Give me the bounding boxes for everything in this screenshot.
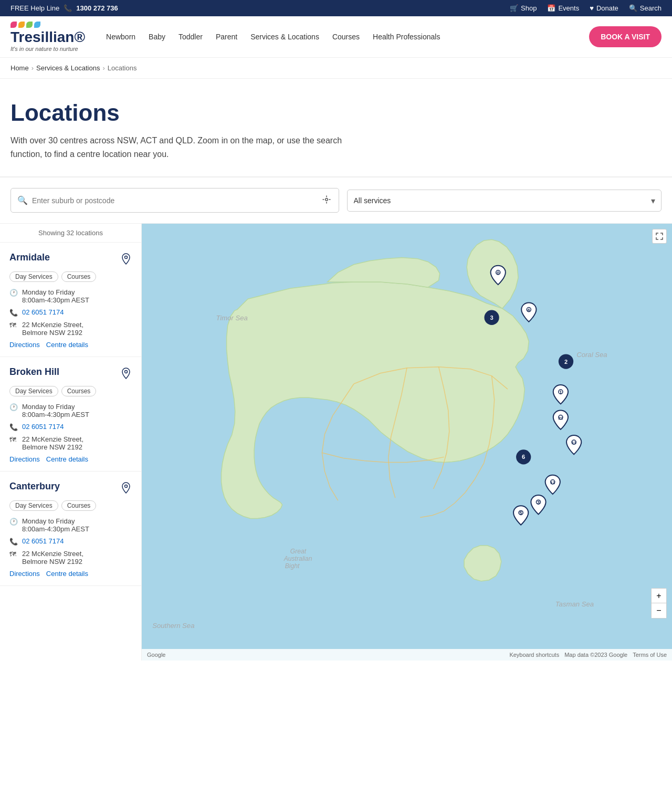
events-link[interactable]: 📅 Events (547, 4, 579, 12)
svg-point-7 (125, 485, 128, 488)
map-icon: 🗺 (9, 550, 18, 558)
svg-text:1: 1 (559, 390, 562, 395)
services-select[interactable]: All services Day Services Courses Reside… (347, 190, 662, 212)
location-button[interactable] (321, 194, 332, 207)
action-links-canterbury: Directions Centre details (9, 570, 132, 578)
zoom-controls: + − (651, 588, 667, 619)
header: Tresillian® It's in our nature to nurtur… (0, 16, 672, 58)
hours-line2: 8:00am-4:30pm AEST (22, 525, 89, 533)
map-expand-button[interactable] (652, 229, 667, 244)
pin-button-broken-hill[interactable] (120, 366, 132, 382)
top-bar: FREE Help Line 📞 1300 272 736 🛒 Shop 📅 E… (0, 0, 672, 16)
page-title: Locations (10, 100, 662, 126)
tag-courses: Courses (61, 271, 97, 282)
svg-text:5: 5 (520, 511, 522, 516)
nav-parent[interactable]: Parent (211, 29, 243, 44)
zoom-out-button[interactable]: − (652, 603, 666, 618)
marker-3-circle[interactable]: 3 (484, 310, 499, 325)
breadcrumb-sep-1: › (32, 64, 34, 72)
book-visit-button[interactable]: BOOK A VISIT (589, 26, 662, 47)
centre-details-link-broken-hill[interactable]: Centre details (46, 455, 88, 463)
pin-button-canterbury[interactable] (120, 481, 132, 496)
location-card-broken-hill: Broken Hill Day Services Courses 🕐 Monda… (0, 357, 141, 472)
address-line1: 22 McKenzie Street, (22, 435, 83, 443)
breadcrumb: Home › Services & Locations › Locations (0, 58, 672, 79)
address-line2: Belmore NSW 2192 (22, 558, 83, 565)
tag-courses: Courses (61, 500, 97, 511)
shop-link[interactable]: 🛒 Shop (510, 4, 537, 12)
logo-icon (10, 22, 40, 28)
search-link[interactable]: 🔍 Search (629, 4, 662, 12)
directions-link-armidale[interactable]: Directions (9, 341, 40, 349)
svg-text:3: 3 (537, 500, 540, 505)
map-icon: 🗺 (9, 321, 18, 329)
hours-line1: Monday to Friday (22, 517, 89, 525)
leaf-blue (34, 22, 40, 28)
phone-link-canterbury[interactable]: 02 6051 7174 (22, 537, 64, 545)
svg-text:3: 3 (490, 315, 494, 321)
nav-health-professionals[interactable]: Health Professionals (368, 29, 445, 44)
phone-link-armidale[interactable]: 02 6051 7174 (22, 308, 64, 316)
heart-icon: ♥ (590, 4, 594, 12)
action-links-armidale: Directions Centre details (9, 341, 132, 349)
tags-broken-hill: Day Services Courses (9, 386, 132, 396)
search-input[interactable] (32, 196, 317, 205)
top-nav-right: 🛒 Shop 📅 Events ♥ Donate 🔍 Search (510, 4, 662, 12)
svg-text:Great: Great (290, 548, 307, 555)
address-line1: 22 McKenzie Street, (22, 550, 83, 558)
leaf-green (26, 22, 33, 28)
nav-toddler[interactable]: Toddler (173, 29, 208, 44)
phone-icon: 📞 (9, 538, 18, 546)
breadcrumb-home[interactable]: Home (10, 64, 29, 72)
logo-tagline: It's in our nature to nurture (10, 46, 78, 52)
hours-line1: Monday to Friday (22, 403, 89, 411)
map-data-label[interactable]: Map data ©2023 Google (564, 652, 627, 658)
nav-courses[interactable]: Courses (327, 29, 365, 44)
map-area[interactable]: Timor Sea Coral Sea Tasman Sea Southern … (142, 224, 672, 661)
leaf-pink (10, 22, 17, 28)
svg-text:Southern Sea: Southern Sea (152, 622, 194, 630)
map-footer: Google Keyboard shortcuts Map data ©2023… (142, 649, 672, 661)
hours-line2: 8:00am-4:30pm AEST (22, 411, 89, 418)
clock-icon: 🕐 (9, 289, 18, 297)
nav-newborn[interactable]: Newborn (101, 29, 141, 44)
address-canterbury: 🗺 22 McKenzie Street, Belmore NSW 2192 (9, 550, 132, 565)
leaf-orange (18, 22, 25, 28)
showing-count: Showing 32 locations (0, 224, 141, 243)
nav-baby[interactable]: Baby (143, 29, 171, 44)
location-name: Canterbury (9, 481, 60, 492)
location-header: Canterbury (9, 481, 132, 496)
centre-details-link-armidale[interactable]: Centre details (46, 341, 88, 349)
hero-section: Locations With over 30 centres across NS… (0, 79, 672, 177)
directions-link-broken-hill[interactable]: Directions (9, 455, 40, 463)
search-input-wrap: 🔍 (10, 188, 339, 213)
phone-link-broken-hill[interactable]: 02 6051 7174 (22, 423, 64, 431)
pin-button-armidale[interactable] (120, 252, 132, 267)
zoom-in-button[interactable]: + (652, 589, 666, 603)
svg-text:Timor Sea: Timor Sea (216, 314, 247, 322)
breadcrumb-services[interactable]: Services & Locations (36, 64, 100, 72)
marker-2-circle[interactable]: 2 (559, 354, 573, 369)
keyboard-shortcuts-link[interactable]: Keyboard shortcuts (509, 652, 559, 658)
tag-day-services: Day Services (9, 386, 58, 396)
tags-armidale: Day Services Courses (9, 271, 132, 282)
svg-text:Coral Sea: Coral Sea (576, 351, 607, 359)
nav-services-locations[interactable]: Services & Locations (245, 29, 324, 44)
svg-text:2: 2 (564, 359, 568, 365)
directions-link-canterbury[interactable]: Directions (9, 570, 40, 578)
phone-icon: 📞 (64, 4, 72, 12)
action-links-broken-hill: Directions Centre details (9, 455, 132, 463)
terms-link[interactable]: Terms of Use (633, 652, 667, 658)
hours-canterbury: 🕐 Monday to Friday 8:00am-4:30pm AEST (9, 517, 132, 533)
svg-text:Bight: Bight (285, 563, 300, 570)
clock-icon: 🕐 (9, 518, 18, 526)
centre-details-link-canterbury[interactable]: Centre details (46, 570, 88, 578)
donate-link[interactable]: ♥ Donate (590, 4, 618, 12)
phone-icon: 📞 (9, 309, 18, 317)
helpline-label: FREE Help Line (10, 4, 59, 12)
location-card-canterbury: Canterbury Day Services Courses 🕐 Monday… (0, 472, 141, 586)
helpline-number: 1300 272 736 (76, 4, 118, 12)
location-header: Broken Hill (9, 366, 132, 382)
hours-broken-hill: 🕐 Monday to Friday 8:00am-4:30pm AEST (9, 403, 132, 418)
marker-6-circle[interactable]: 6 (516, 449, 531, 464)
